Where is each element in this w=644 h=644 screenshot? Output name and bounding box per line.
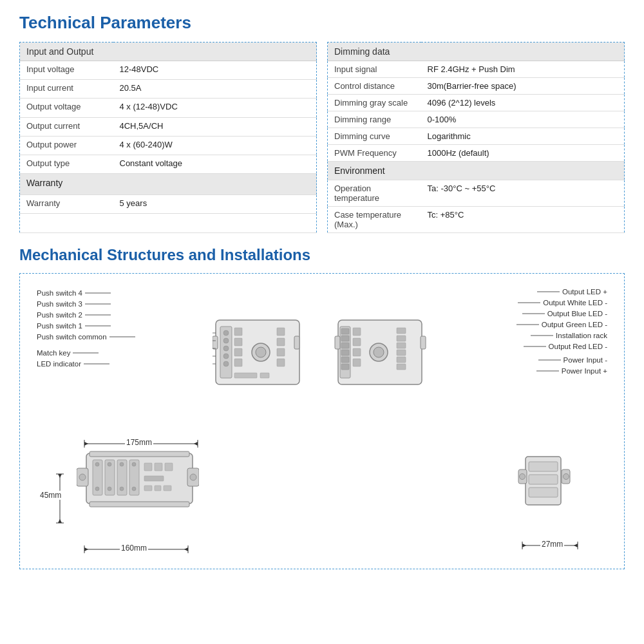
svg-rect-30 xyxy=(341,328,349,334)
output-led-plus-text: Output LED + xyxy=(562,288,607,296)
row-value: Constant voltage xyxy=(113,155,317,174)
row-value: 30m(Barrier-free space) xyxy=(421,78,625,95)
svg-marker-113 xyxy=(522,544,526,547)
row-label: Case temperature (Max.) xyxy=(328,207,421,233)
dim-160-label: 160mm xyxy=(120,544,148,553)
svg-point-10 xyxy=(223,338,229,343)
power-input-minus-text: Power Input - xyxy=(564,356,607,364)
label-output-blue: Output Blue LED - xyxy=(516,310,607,317)
svg-rect-87 xyxy=(144,463,152,471)
left-label-group: Push switch 4 Push switch 3 Push switch … xyxy=(37,289,135,368)
svg-rect-33 xyxy=(341,350,349,355)
svg-rect-70 xyxy=(90,502,189,507)
row-label: Dimming range xyxy=(328,111,421,128)
svg-rect-106 xyxy=(529,475,558,484)
svg-point-12 xyxy=(223,354,229,359)
table-row: Input voltage 12-48VDC xyxy=(20,61,317,80)
dim-27mm: 27mm xyxy=(521,540,579,553)
svg-rect-34 xyxy=(341,357,349,363)
left-table-header: Input and Output xyxy=(20,43,317,61)
svg-point-41 xyxy=(374,347,384,357)
tables-container: Input and Output Input voltage 12-48VDC … xyxy=(19,42,625,233)
svg-rect-20 xyxy=(277,328,285,336)
row-value: Tc: +85°C xyxy=(421,207,625,233)
output-green-text: Output Green LED - xyxy=(542,321,607,328)
output-white-text: Output White LED - xyxy=(543,299,607,307)
svg-rect-21 xyxy=(277,338,285,346)
label-led: LED indicator xyxy=(37,360,135,368)
front-device-svg xyxy=(77,450,199,524)
svg-rect-27 xyxy=(294,336,299,349)
svg-rect-90 xyxy=(144,476,164,481)
row-value: 4 x (12-48)VDC xyxy=(113,99,317,117)
output-red-text: Output Red LED - xyxy=(549,343,607,350)
svg-rect-32 xyxy=(341,343,349,348)
row-value: RF 2.4GHz + Push Dim xyxy=(421,61,625,78)
row-label: Operation temperature xyxy=(328,180,421,207)
table-row: PWM Frequency 1000Hz (default) xyxy=(328,145,625,162)
svg-marker-96 xyxy=(58,519,62,523)
warranty-section-label: Warranty xyxy=(20,174,317,195)
table-row: Output voltage 4 x (12-48)VDC xyxy=(20,99,317,117)
row-value: 5 years xyxy=(113,194,317,213)
svg-rect-36 xyxy=(353,328,361,336)
svg-rect-47 xyxy=(397,364,406,370)
power-input-plus-text: Power Input + xyxy=(562,367,607,375)
svg-point-81 xyxy=(108,462,111,466)
svg-marker-101 xyxy=(184,547,188,551)
push2-text: Push switch 2 xyxy=(37,311,82,319)
environment-section-label: Environment xyxy=(328,162,625,180)
section-title-1: Technical Parameters xyxy=(19,13,625,33)
row-value: 1000Hz (default) xyxy=(421,145,625,162)
dim-175mm: 175mm xyxy=(83,439,199,449)
label-power-input-plus: Power Input + xyxy=(516,367,607,375)
row-value: Logarithmic xyxy=(421,128,625,145)
svg-rect-38 xyxy=(353,348,361,356)
svg-point-82 xyxy=(108,487,111,491)
table-row: Warranty 5 years xyxy=(20,194,317,213)
svg-rect-93 xyxy=(164,486,171,491)
table-row: Dimming range 0-100% xyxy=(328,111,625,128)
table-row: Operation temperature Ta: -30°C ~ +55°C xyxy=(328,180,625,207)
label-output-green: Output Green LED - xyxy=(516,321,607,328)
section-header-warranty: Warranty xyxy=(20,174,317,195)
svg-point-80 xyxy=(95,487,99,491)
svg-marker-64 xyxy=(84,442,88,446)
svg-rect-23 xyxy=(277,359,285,366)
svg-rect-92 xyxy=(155,486,161,491)
svg-point-72 xyxy=(79,474,86,480)
svg-rect-17 xyxy=(234,359,242,366)
svg-point-11 xyxy=(223,346,229,351)
label-push1: Push switch 1 xyxy=(37,322,135,330)
table-row: Output current 4CH,5A/CH xyxy=(20,117,317,136)
table-row: Dimming curve Logarithmic xyxy=(328,128,625,145)
table-row: Input current 20.5A xyxy=(20,80,317,99)
row-label: Input voltage xyxy=(20,61,113,80)
svg-marker-114 xyxy=(574,544,578,547)
row-label: Dimming gray scale xyxy=(328,95,421,111)
label-push4: Push switch 4 xyxy=(37,289,135,297)
svg-rect-42 xyxy=(397,328,406,334)
label-push-common: Push switch common xyxy=(37,333,135,341)
svg-point-83 xyxy=(120,462,124,466)
row-value: Ta: -30°C ~ +55°C xyxy=(421,180,625,207)
svg-rect-14 xyxy=(234,328,242,336)
svg-rect-35 xyxy=(341,364,349,370)
row-value: 0-100% xyxy=(421,111,625,128)
svg-rect-107 xyxy=(529,488,558,497)
dim-175-label: 175mm xyxy=(125,438,153,447)
svg-rect-16 xyxy=(234,348,242,356)
row-label: Output power xyxy=(20,136,113,155)
matchkey-text: Match key xyxy=(37,349,70,357)
svg-rect-22 xyxy=(277,348,285,356)
dim-45-label: 45mm xyxy=(39,491,62,500)
led-text: LED indicator xyxy=(37,360,81,368)
push1-text: Push switch 1 xyxy=(37,322,82,330)
right-table-header: Dimming data xyxy=(328,43,625,61)
top-diagram: Push switch 4 Push switch 3 Push switch … xyxy=(32,283,612,431)
label-matchkey: Match key xyxy=(37,349,135,357)
svg-point-84 xyxy=(120,487,124,491)
table-row: Dimming gray scale 4096 (2^12) levels xyxy=(328,95,625,111)
table-row: Output type Constant voltage xyxy=(20,155,317,174)
svg-rect-48 xyxy=(335,336,340,349)
